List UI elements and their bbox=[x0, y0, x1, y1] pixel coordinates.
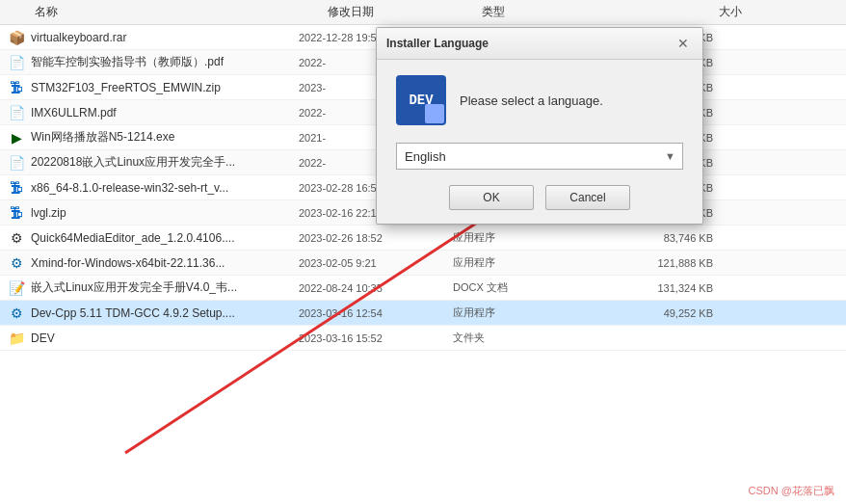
dialog-top-row: DEV Please select a language. bbox=[396, 75, 683, 125]
cancel-button[interactable]: Cancel bbox=[545, 185, 630, 210]
dev-cpp-icon: DEV bbox=[396, 75, 446, 125]
installer-language-dialog: Installer Language ✕ DEV Please select a… bbox=[376, 27, 703, 225]
dialog-body: DEV Please select a language. English中文(… bbox=[377, 60, 702, 224]
dialog-titlebar: Installer Language ✕ bbox=[377, 28, 702, 60]
ok-button[interactable]: OK bbox=[449, 185, 534, 210]
dialog-close-button[interactable]: ✕ bbox=[674, 34, 693, 53]
dialog-prompt: Please select a language. bbox=[460, 93, 603, 108]
file-explorer: 名称 修改日期 类型 大小 📦 virtualkeyboard.rar 2022… bbox=[0, 0, 846, 504]
language-select[interactable]: English中文(简体)中文(繁體)Japanese bbox=[396, 143, 683, 170]
dialog-overlay: Installer Language ✕ DEV Please select a… bbox=[0, 0, 846, 504]
dialog-buttons: OK Cancel bbox=[396, 185, 683, 210]
language-select-wrapper[interactable]: English中文(简体)中文(繁體)Japanese ▼ bbox=[396, 143, 683, 170]
dev-icon-sub bbox=[425, 104, 444, 123]
dialog-title: Installer Language bbox=[386, 37, 489, 50]
